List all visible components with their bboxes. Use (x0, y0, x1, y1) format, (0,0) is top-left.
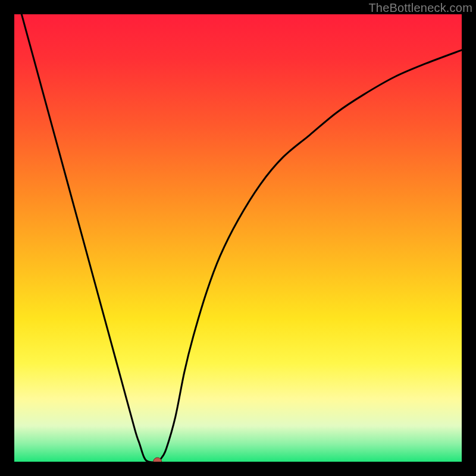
chart-canvas (14, 14, 462, 462)
gradient-background (14, 14, 462, 462)
watermark-text: TheBottleneck.com (368, 1, 472, 15)
